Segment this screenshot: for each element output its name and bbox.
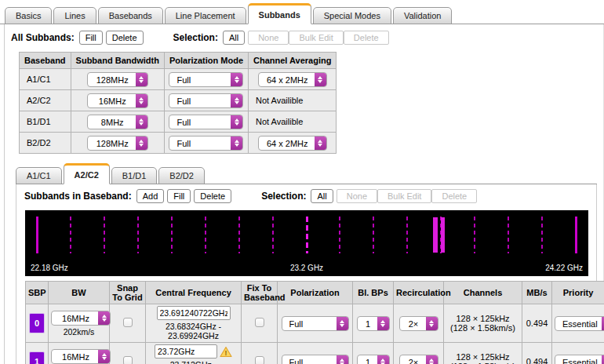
tab-validation[interactable]: Validation xyxy=(393,7,453,24)
sbp-badge[interactable]: 1 xyxy=(29,351,45,364)
subband-bandwidth-select[interactable]: 16MHz xyxy=(87,93,148,108)
col-sbp: SBP xyxy=(26,282,49,304)
col-central-frequency: Central Frequency xyxy=(146,282,242,304)
priority-value: Essential xyxy=(555,317,602,330)
spectrum-mid-label: 23.2 GHz xyxy=(290,264,323,272)
subband-delete-button[interactable]: Delete xyxy=(194,189,231,203)
baseband-row-b1d1: B1/D1 8MHz Full Not Availible xyxy=(20,111,337,133)
priority-select[interactable]: Essential xyxy=(555,355,604,364)
selection-bulk-edit-button[interactable]: Bulk Edit xyxy=(289,31,343,45)
tab-b1d1[interactable]: B1/D1 xyxy=(111,167,158,184)
subband-marker[interactable] xyxy=(441,217,445,253)
central-frequency-input[interactable] xyxy=(157,306,231,320)
recirculation-select[interactable]: 2× xyxy=(399,355,438,364)
subbands-in-baseband-controls: Subbands in Baseband: Add Fill Delete Se… xyxy=(18,187,595,207)
inner-selection-bulk-edit-button[interactable]: Bulk Edit xyxy=(377,189,431,203)
polarization-mode-select[interactable]: Full xyxy=(169,72,243,87)
stepper-icon xyxy=(315,136,326,150)
bw-select[interactable]: 16MHz xyxy=(51,349,111,364)
bl-bps-select[interactable]: 1 xyxy=(357,355,390,364)
spectrum-grid-line xyxy=(36,217,38,253)
subband-bandwidth-value: 128MHz xyxy=(88,136,136,150)
channel-averaging-select[interactable]: 64 x 2MHz xyxy=(258,72,327,87)
col-bl-bps: Bl. BPs xyxy=(353,282,394,304)
spectrum-plot[interactable]: 22.18 GHz 23.2 GHz 24.22 GHz xyxy=(25,210,588,276)
recirculation-value: 2× xyxy=(400,317,426,330)
stepper-icon xyxy=(98,350,110,363)
all-subbands-fill-button[interactable]: Fill xyxy=(79,31,103,45)
all-subbands-delete-button[interactable]: Delete xyxy=(106,31,144,45)
subband-bandwidth-value: 16MHz xyxy=(88,94,136,107)
subband-bandwidth-value: 128MHz xyxy=(88,73,136,86)
svg-text:!: ! xyxy=(225,348,227,356)
stepper-icon xyxy=(337,317,348,330)
snap-to-grid-checkbox[interactable] xyxy=(123,356,133,364)
inner-selection-delete-button[interactable]: Delete xyxy=(431,189,477,203)
recirculation-select[interactable]: 2× xyxy=(399,316,438,331)
channels-line1: 128 × 125kHz xyxy=(446,352,519,362)
polarization-mode-select[interactable]: Full xyxy=(169,93,243,108)
tab-subbands[interactable]: Subbands xyxy=(248,3,311,24)
polarization-mode-value: Full xyxy=(169,115,231,129)
selection-none-button[interactable]: None xyxy=(248,31,289,45)
col-mbs: MB/s xyxy=(522,282,552,304)
subband-fill-button[interactable]: Fill xyxy=(167,189,191,203)
fix-to-baseband-checkbox[interactable] xyxy=(255,356,264,364)
spectrum-start-label: 22.18 GHz xyxy=(31,264,68,272)
channel-averaging-text: Not Availible xyxy=(249,90,337,111)
channel-averaging-select[interactable]: 64 x 2MHz xyxy=(258,136,327,151)
subbands-in-baseband-label: Subbands in Baseband: xyxy=(24,191,132,202)
stepper-icon xyxy=(136,73,147,86)
tab-lines[interactable]: Lines xyxy=(53,7,96,24)
stepper-icon xyxy=(231,136,242,150)
polarization-value: Full xyxy=(282,317,337,330)
stepper-icon xyxy=(426,355,438,364)
bw-value: 16MHz xyxy=(52,311,98,325)
tab-a1c1[interactable]: A1/C1 xyxy=(16,167,62,184)
col-priority: Priority xyxy=(552,282,604,304)
spectrum-grid-line xyxy=(508,217,509,253)
priority-select[interactable]: Essential xyxy=(555,316,604,331)
stepper-icon xyxy=(136,115,147,129)
polarization-mode-value: Full xyxy=(169,73,231,86)
snap-to-grid-checkbox[interactable] xyxy=(123,318,133,327)
spectrum-grid-line xyxy=(205,217,206,253)
tab-basics[interactable]: Basics xyxy=(5,7,52,24)
polarization-mode-select[interactable]: Full xyxy=(169,115,243,129)
spectrum-grid-line xyxy=(238,217,240,253)
polarization-mode-select[interactable]: Full xyxy=(169,136,243,151)
selection-all-button[interactable]: All xyxy=(223,31,245,45)
bw-select[interactable]: 16MHz xyxy=(51,311,111,326)
tab-b2d2[interactable]: B2/D2 xyxy=(158,167,205,184)
subband-row-0: 0 16MHz 202km/s 23.68324GHz - 23.69924GH… xyxy=(26,304,604,343)
subband-marker[interactable] xyxy=(433,217,437,253)
central-frequency-input[interactable] xyxy=(155,344,217,359)
spectrum-grid-line xyxy=(137,217,139,253)
subband-table-header: SBP BW Snap To Grid Central Frequency Fi… xyxy=(26,282,604,304)
warning-icon: ! xyxy=(220,346,232,358)
baseband-a2c2-panel: Subbands in Baseband: Add Fill Delete Se… xyxy=(16,184,597,364)
tab-special-modes[interactable]: Special Modes xyxy=(313,7,391,24)
polarization-select[interactable]: Full xyxy=(282,355,349,364)
tab-a2c2[interactable]: A2/C2 xyxy=(64,163,110,184)
subband-bandwidth-select[interactable]: 8MHz xyxy=(87,115,148,129)
baseband-table: Baseband Subband Bandwidth Polarization … xyxy=(19,52,337,154)
spectrum-grid-line xyxy=(104,217,105,253)
stepper-icon xyxy=(337,355,348,364)
subband-bandwidth-select[interactable]: 128MHz xyxy=(87,136,148,151)
col-channels: Channels xyxy=(444,282,522,304)
spectrum-grid-line xyxy=(541,217,543,253)
bw-value: 16MHz xyxy=(52,350,98,363)
inner-selection-all-button[interactable]: All xyxy=(311,189,333,203)
inner-selection-none-button[interactable]: None xyxy=(337,189,377,203)
tab-basebands[interactable]: Basebands xyxy=(98,7,163,24)
subband-add-button[interactable]: Add xyxy=(136,189,165,203)
bl-bps-select[interactable]: 1 xyxy=(357,316,390,331)
polarization-select[interactable]: Full xyxy=(282,316,349,331)
tab-line-placement[interactable]: Line Placement xyxy=(165,7,246,24)
selection-delete-button[interactable]: Delete xyxy=(344,31,389,45)
fix-to-baseband-checkbox[interactable] xyxy=(255,318,264,327)
spectrum-grid-line xyxy=(339,217,340,253)
sbp-badge[interactable]: 0 xyxy=(29,313,45,333)
subband-bandwidth-select[interactable]: 128MHz xyxy=(87,72,148,87)
